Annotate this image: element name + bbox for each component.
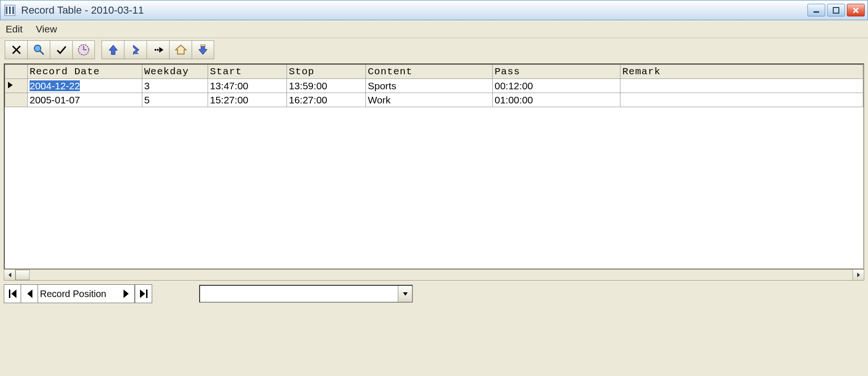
scroll-right-button[interactable] [852, 270, 864, 280]
upload-button[interactable] [101, 40, 124, 59]
close-button[interactable] [847, 4, 865, 16]
svg-point-10 [34, 45, 41, 52]
svg-marker-30 [124, 290, 129, 298]
nav-next-button[interactable] [118, 285, 135, 303]
horizontal-scrollbar[interactable] [4, 269, 864, 281]
forward-button[interactable] [147, 40, 169, 59]
cell-value: 2004-12-22 [30, 80, 80, 91]
cell-pass[interactable]: 00:12:00 [493, 79, 620, 93]
window-controls [807, 4, 865, 16]
col-content[interactable]: Content [366, 65, 493, 79]
cell-remark[interactable] [620, 79, 863, 93]
svg-marker-21 [176, 45, 186, 54]
svg-marker-28 [11, 290, 16, 298]
next-down-button[interactable] [124, 40, 147, 59]
menu-edit[interactable]: Edit [6, 24, 23, 35]
svg-rect-27 [9, 290, 10, 298]
app-icon [3, 4, 16, 17]
col-remark[interactable]: Remark [620, 65, 863, 79]
row-indicator [5, 93, 28, 107]
record-navigator: Record Position [4, 284, 152, 303]
table-row[interactable]: 2004-12-22 3 13:47:00 13:59:00 Sports 00… [5, 79, 863, 93]
toolbar-group-2 [101, 40, 214, 59]
cell-weekday[interactable]: 3 [142, 79, 208, 93]
window-title: Record Table - 2010-03-11 [21, 4, 807, 16]
table-container: Record Date Weekday Start Stop Content P… [4, 63, 864, 269]
col-weekday[interactable]: Weekday [142, 65, 208, 79]
table-row[interactable]: 2005-01-07 5 15:27:00 16:27:00 Work 01:0… [5, 93, 863, 107]
row-header-corner [5, 65, 28, 79]
current-row-icon [7, 81, 14, 89]
svg-marker-24 [8, 82, 13, 88]
nav-prev-button[interactable] [21, 285, 38, 303]
svg-rect-23 [201, 45, 205, 46]
svg-marker-33 [403, 292, 408, 296]
record-table[interactable]: Record Date Weekday Start Stop Content P… [5, 64, 863, 107]
search-button[interactable] [27, 40, 50, 59]
footer-bar: Record Position [4, 283, 864, 304]
svg-marker-29 [27, 290, 32, 298]
title-bar: Record Table - 2010-03-11 [0, 0, 868, 20]
svg-rect-5 [833, 8, 839, 13]
svg-rect-3 [12, 7, 14, 14]
cell-weekday[interactable]: 5 [142, 93, 208, 107]
cell-remark[interactable] [620, 93, 863, 107]
svg-rect-4 [814, 11, 819, 13]
cell-record-date[interactable]: 2004-12-22 [28, 79, 142, 93]
toolbar-group-1 [5, 40, 95, 59]
chevron-down-icon [402, 291, 409, 296]
svg-marker-26 [857, 273, 860, 277]
cell-stop[interactable]: 16:27:00 [287, 93, 366, 107]
clock-button[interactable] [72, 40, 95, 59]
cell-content[interactable]: Sports [366, 79, 493, 93]
svg-rect-1 [6, 7, 8, 14]
cell-record-date[interactable]: 2005-01-07 [28, 93, 142, 107]
svg-line-11 [40, 51, 44, 55]
check-button[interactable] [50, 40, 72, 59]
svg-rect-32 [146, 290, 147, 298]
col-start[interactable]: Start [208, 65, 287, 79]
combo-dropdown-button[interactable] [398, 286, 412, 302]
maximize-button[interactable] [827, 4, 845, 16]
svg-marker-22 [199, 45, 207, 55]
footer-combo[interactable] [199, 285, 413, 303]
cell-stop[interactable]: 13:59:00 [287, 79, 366, 93]
toolbar [0, 38, 868, 62]
svg-point-18 [155, 49, 156, 51]
svg-marker-31 [140, 290, 145, 298]
cell-content[interactable]: Work [366, 93, 493, 107]
table-header-row: Record Date Weekday Start Stop Content P… [5, 65, 863, 79]
nav-first-button[interactable] [4, 285, 21, 303]
scroll-left-button[interactable] [4, 270, 16, 280]
row-indicator [5, 79, 28, 93]
svg-point-19 [157, 49, 159, 51]
combo-input[interactable] [200, 286, 398, 302]
svg-marker-25 [8, 273, 11, 277]
cell-start[interactable]: 13:47:00 [208, 79, 287, 93]
minimize-button[interactable] [807, 4, 825, 16]
svg-marker-20 [159, 47, 163, 53]
col-stop[interactable]: Stop [287, 65, 366, 79]
svg-rect-2 [9, 7, 11, 14]
nav-last-button[interactable] [135, 285, 152, 303]
col-record-date[interactable]: Record Date [28, 65, 142, 79]
menu-view[interactable]: View [36, 24, 57, 35]
download-button[interactable] [192, 40, 214, 59]
cell-start[interactable]: 15:27:00 [208, 93, 287, 107]
delete-button[interactable] [5, 40, 27, 59]
menu-bar: Edit View [0, 20, 868, 38]
nav-position-label: Record Position [38, 289, 118, 299]
scroll-thumb[interactable] [16, 270, 30, 280]
cell-pass[interactable]: 01:00:00 [493, 93, 620, 107]
col-pass[interactable]: Pass [493, 65, 620, 79]
svg-marker-15 [109, 45, 117, 55]
home-button[interactable] [169, 40, 192, 59]
